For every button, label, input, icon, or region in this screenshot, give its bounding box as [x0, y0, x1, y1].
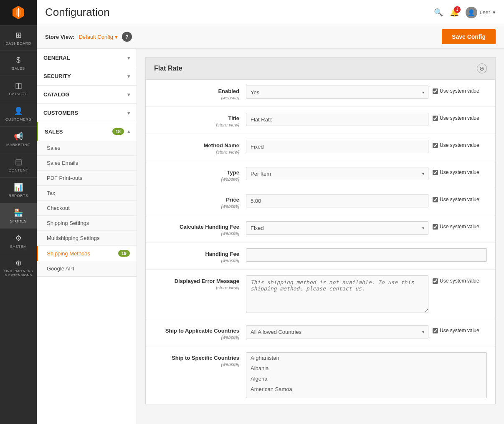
- save-config-button[interactable]: Save Config: [442, 29, 496, 44]
- enabled-select[interactable]: Yes No: [246, 86, 428, 99]
- field-control-col: Use system value: [246, 275, 487, 313]
- method-name-scope: [store view]: [216, 149, 239, 154]
- header-right: 🔍 🔔 1 👤 user ▾: [434, 7, 496, 18]
- enabled-system-checkbox[interactable]: [433, 88, 438, 94]
- field-label-col: Handling Fee [website]: [154, 248, 246, 263]
- field-label-col: Price [website]: [154, 194, 246, 209]
- system-value-label: Use system value: [440, 197, 479, 202]
- user-avatar: 👤: [466, 7, 477, 18]
- collapse-button[interactable]: ⊖: [477, 63, 487, 73]
- help-button[interactable]: ?: [122, 32, 132, 42]
- method-name-system-value: Use system value: [433, 140, 487, 148]
- method-name-input[interactable]: [246, 140, 428, 153]
- menu-section-general: GENERAL ▾: [37, 49, 137, 67]
- menu-section-customers: CUSTOMERS ▾: [37, 104, 137, 122]
- menu-section-sales-header[interactable]: SALES 18 ▴: [37, 122, 137, 141]
- specific-countries-list[interactable]: Afghanistan Albania Algeria American Sam…: [246, 352, 487, 398]
- field-label-col: Calculate Handling Fee [website]: [154, 221, 246, 236]
- menu-section-customers-header[interactable]: CUSTOMERS ▾: [37, 104, 137, 122]
- menu-sub-item-google-api[interactable]: Google API: [37, 261, 137, 276]
- calc-handling-fee-select[interactable]: Fixed Percent: [246, 221, 428, 235]
- sidebar-item-catalog[interactable]: ◫ CATALOG: [0, 76, 37, 101]
- field-label-col: Ship to Specific Countries [website]: [154, 352, 246, 367]
- list-item[interactable]: Albania: [246, 363, 486, 374]
- customers-icon: 👤: [14, 106, 23, 116]
- main-panel: Flat Rate ⊖ Enabled [website]: [137, 49, 504, 424]
- notification-button[interactable]: 🔔 1: [450, 8, 459, 17]
- enabled-system-value: Use system value: [433, 86, 487, 94]
- menu-sub-item-pdf-printouts[interactable]: PDF Print-outs: [37, 171, 137, 186]
- sidebar-item-reports[interactable]: 📊 REPORTS: [0, 177, 37, 203]
- title-label: Title: [154, 115, 239, 121]
- store-view-label: Store View:: [45, 34, 75, 40]
- type-select[interactable]: Per Item Per Order: [246, 167, 428, 180]
- sidebar-item-customers[interactable]: 👤 CUSTOMERS: [0, 101, 37, 126]
- menu-sub-item-tax[interactable]: Tax: [37, 186, 137, 201]
- sidebar-item-find-partners[interactable]: ⊕ FIND PARTNERS& EXTENSIONS: [0, 254, 37, 281]
- applicable-countries-system-checkbox[interactable]: [433, 328, 438, 333]
- menu-section-security: SECURITY ▾: [37, 67, 137, 86]
- menu-sub-item-checkout[interactable]: Checkout: [37, 201, 137, 216]
- flat-rate-section-header: Flat Rate ⊖: [146, 58, 495, 80]
- store-view-select[interactable]: Default Config ▾: [79, 34, 118, 40]
- main-area: Configuration 🔍 🔔 1 👤 user ▾ Store View:…: [37, 0, 504, 424]
- menu-section-security-label: SECURITY: [43, 73, 71, 79]
- sidebar-logo: [0, 0, 37, 25]
- user-menu-button[interactable]: 👤 user ▾: [466, 7, 496, 18]
- menu-sub-item-multishipping-settings[interactable]: Multishipping Settings: [37, 231, 137, 246]
- type-select-wrapper: Per Item Per Order ▾: [246, 167, 428, 180]
- price-input[interactable]: [246, 194, 428, 207]
- sidebar-item-dashboard[interactable]: ⊞ DASHBOARD: [0, 25, 37, 50]
- type-system-checkbox[interactable]: [433, 170, 438, 175]
- list-item[interactable]: American Samoa: [246, 384, 486, 394]
- calc-handling-fee-system-checkbox[interactable]: [433, 224, 438, 230]
- menu-sub-item-shipping-methods[interactable]: Shipping Methods 19: [37, 246, 137, 261]
- sidebar-item-marketing[interactable]: 📢 MARKETING: [0, 126, 37, 152]
- menu-section-security-header[interactable]: SECURITY ▾: [37, 67, 137, 85]
- menu-sub-item-sales[interactable]: Sales: [37, 141, 137, 156]
- field-label-col: Method Name [store view]: [154, 140, 246, 155]
- field-label-col: Ship to Applicable Countries [website]: [154, 325, 246, 340]
- menu-section-sales-label: SALES: [45, 129, 63, 135]
- title-system-checkbox[interactable]: [433, 116, 438, 121]
- error-message-system-checkbox[interactable]: [433, 278, 438, 284]
- title-input[interactable]: [246, 113, 428, 126]
- field-row-error-message: Displayed Error Message [store view] Use…: [146, 270, 495, 319]
- search-button[interactable]: 🔍: [434, 8, 443, 17]
- shipping-methods-badge: 19: [118, 250, 130, 257]
- calc-handling-fee-system-value: Use system value: [433, 221, 487, 230]
- system-value-label: Use system value: [440, 278, 479, 284]
- sidebar-item-stores[interactable]: 🏪 STORES: [0, 203, 37, 228]
- menu-sub-item-shipping-settings[interactable]: Shipping Settings: [37, 216, 137, 231]
- list-item[interactable]: Algeria: [246, 374, 486, 384]
- error-message-textarea[interactable]: [246, 275, 428, 313]
- system-value-label: Use system value: [440, 115, 479, 121]
- sidebar-item-label: CONTENT: [9, 168, 28, 172]
- handling-fee-scope: [website]: [221, 258, 239, 263]
- stores-icon: 🏪: [14, 208, 23, 217]
- sidebar-item-sales[interactable]: $ SALES: [0, 50, 37, 76]
- applicable-countries-select[interactable]: All Allowed Countries Specific Countries: [246, 325, 428, 338]
- method-name-system-checkbox[interactable]: [433, 143, 438, 148]
- notification-badge: 1: [454, 6, 461, 13]
- store-view-bar: Store View: Default Config ▾ ? Save Conf…: [37, 25, 504, 49]
- menu-sub-item-sales-emails[interactable]: Sales Emails: [37, 156, 137, 171]
- field-control-col: Fixed Percent ▾ Use system value: [246, 221, 487, 235]
- specific-countries-label: Ship to Specific Countries: [154, 355, 239, 361]
- menu-section-general-header[interactable]: GENERAL ▾: [37, 49, 137, 67]
- field-control-col: All Allowed Countries Specific Countries…: [246, 325, 487, 338]
- price-scope: [website]: [221, 204, 239, 209]
- handling-fee-input[interactable]: [246, 248, 487, 262]
- catalog-icon: ◫: [15, 81, 22, 90]
- field-row-calc-handling-fee: Calculate Handling Fee [website] Fixed P…: [146, 215, 495, 242]
- price-system-checkbox[interactable]: [433, 197, 438, 202]
- list-item[interactable]: Afghanistan: [246, 353, 486, 363]
- error-message-scope: [store view]: [216, 285, 239, 290]
- error-message-label: Displayed Error Message: [154, 278, 239, 284]
- sidebar-item-content[interactable]: ▤ CONTENT: [0, 152, 37, 177]
- page-title: Configuration: [45, 6, 110, 19]
- system-icon: ⚙: [15, 234, 22, 243]
- sidebar-item-system[interactable]: ⚙ SYSTEM: [0, 228, 37, 254]
- price-system-value: Use system value: [433, 194, 487, 202]
- menu-section-catalog-header[interactable]: CATALOG ▾: [37, 86, 137, 103]
